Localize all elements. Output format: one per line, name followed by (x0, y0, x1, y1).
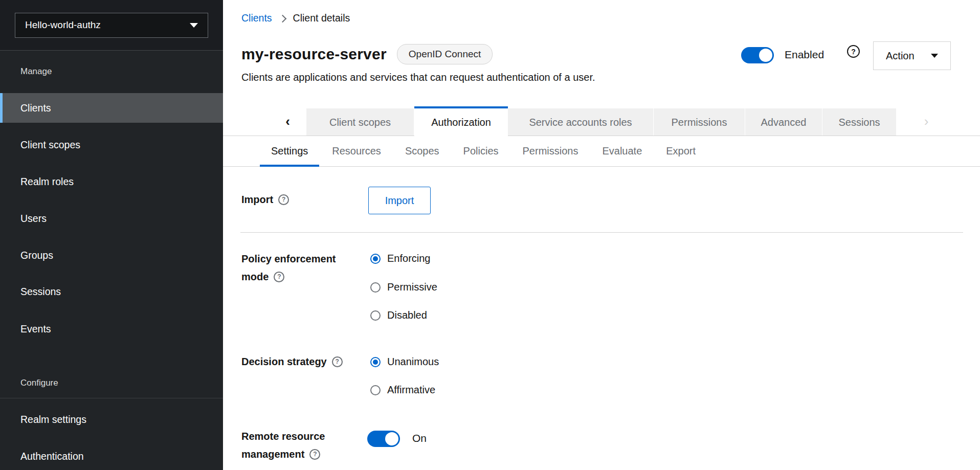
help-icon[interactable]: ? (847, 45, 860, 58)
remote-resource-management-state: On (412, 432, 427, 444)
subtab-label: Export (666, 145, 696, 157)
subtab-resources[interactable]: Resources (321, 136, 392, 166)
breadcrumb-separator-icon (278, 14, 286, 23)
sidebar: Hello-world-authz Manage Clients Client … (0, 0, 223, 470)
enabled-toggle[interactable] (741, 47, 774, 63)
tab-sessions[interactable]: Sessions (822, 108, 897, 136)
subtab-permissions[interactable]: Permissions (511, 136, 590, 166)
subtab-export[interactable]: Export (655, 136, 707, 166)
sidebar-item-label: Users (20, 213, 47, 225)
subtab-evaluate[interactable]: Evaluate (591, 136, 653, 166)
radio-unanimous[interactable]: Unanimous (370, 356, 439, 368)
label-text: Policy enforcement (241, 253, 336, 265)
radio-label: Permissive (387, 281, 437, 293)
sidebar-item-clients[interactable]: Clients (0, 93, 223, 123)
sidebar-item-realm-roles[interactable]: Realm roles (0, 167, 223, 196)
sidebar-item-label: Authentication (20, 451, 84, 462)
nav-divider (0, 398, 223, 398)
page-header: my-resource-server OpenID Connect (241, 44, 493, 64)
breadcrumb-current: Client details (293, 12, 350, 24)
policy-enforcement-mode-label-line2: mode ? (241, 271, 284, 283)
tab-label: Service accounts roles (529, 117, 632, 128)
sidebar-item-realm-settings[interactable]: Realm settings (0, 405, 223, 434)
help-icon[interactable]: ? (332, 356, 343, 367)
realm-selector-dropdown[interactable]: Hello-world-authz (15, 13, 208, 38)
authorization-subtabs: Settings Resources Scopes Policies Permi… (223, 136, 980, 167)
tab-label: Client scopes (329, 117, 391, 128)
nav-section-manage: Manage (20, 65, 52, 78)
sidebar-item-label: Realm roles (20, 176, 74, 188)
subtab-policies[interactable]: Policies (452, 136, 510, 166)
subtab-label: Evaluate (602, 145, 642, 157)
sidebar-item-sessions[interactable]: Sessions (0, 277, 223, 306)
enabled-label: Enabled (785, 49, 824, 61)
subtab-label: Settings (271, 145, 308, 157)
radio-button-icon[interactable] (370, 385, 381, 395)
caret-down-icon (190, 23, 198, 28)
chevron-right-icon: › (924, 114, 929, 129)
tab-permissions[interactable]: Permissions (654, 108, 745, 136)
label-text: mode (241, 271, 269, 283)
import-label-text: Import (241, 193, 273, 206)
import-button[interactable]: Import (368, 187, 431, 214)
sidebar-item-label: Groups (20, 250, 53, 261)
radio-affirmative[interactable]: Affirmative (370, 384, 435, 396)
help-icon[interactable]: ? (278, 194, 289, 205)
protocol-badge: OpenID Connect (397, 44, 493, 64)
tab-label: Authorization (431, 117, 491, 128)
tab-advanced[interactable]: Advanced (745, 108, 822, 136)
realm-selector-label: Hello-world-authz (25, 19, 101, 31)
radio-button-icon[interactable] (370, 357, 381, 367)
remote-resource-management-label-line2: management ? (241, 448, 320, 460)
tab-client-scopes[interactable]: Client scopes (306, 108, 414, 136)
radio-label: Enforcing (387, 253, 431, 264)
label-text: Remote resource (241, 430, 325, 442)
tab-label: Advanced (761, 117, 807, 128)
help-icon[interactable]: ? (309, 449, 320, 460)
help-icon[interactable]: ? (274, 272, 284, 282)
sidebar-item-label: Events (20, 323, 51, 335)
sidebar-item-label: Client scopes (20, 139, 80, 151)
sidebar-item-label: Realm settings (20, 414, 86, 426)
sidebar-item-users[interactable]: Users (0, 204, 223, 233)
radio-button-icon[interactable] (370, 254, 381, 264)
chevron-left-icon: ‹ (285, 114, 290, 129)
sidebar-item-label: Clients (20, 102, 51, 114)
action-dropdown-label: Action (886, 50, 915, 62)
tab-scroll-left-button[interactable]: ‹ (223, 106, 306, 136)
breadcrumb-clients-link[interactable]: Clients (241, 12, 272, 24)
subtab-label: Resources (332, 145, 381, 157)
sidebar-item-label: Sessions (20, 286, 61, 298)
subtab-label: Policies (463, 145, 499, 157)
sidebar-item-authentication[interactable]: Authentication (0, 441, 223, 470)
import-button-label: Import (385, 195, 414, 207)
tab-label: Permissions (672, 117, 727, 128)
subtab-label: Permissions (523, 145, 578, 157)
action-dropdown-button[interactable]: Action (873, 41, 951, 70)
caret-down-icon (931, 54, 938, 58)
sidebar-item-groups[interactable]: Groups (0, 240, 223, 270)
radio-button-icon[interactable] (370, 282, 381, 293)
tab-scroll-right-button[interactable]: › (911, 106, 942, 136)
radio-label: Unanimous (387, 356, 439, 368)
tab-label: Sessions (838, 117, 880, 128)
form-divider (240, 232, 963, 233)
radio-disabled[interactable]: Disabled (370, 309, 427, 321)
radio-button-icon[interactable] (370, 310, 381, 321)
main-content: Clients Client details my-resource-serve… (223, 0, 980, 470)
nav-section-configure: Configure (20, 377, 58, 389)
tab-authorization[interactable]: Authorization (414, 106, 508, 136)
remote-resource-management-toggle[interactable] (367, 431, 400, 447)
tab-service-accounts-roles[interactable]: Service accounts roles (508, 108, 654, 136)
keycloak-admin-console: Hello-world-authz Manage Clients Client … (0, 0, 980, 470)
sidebar-item-client-scopes[interactable]: Client scopes (0, 130, 223, 160)
page-title: my-resource-server (241, 46, 387, 63)
radio-label: Disabled (387, 309, 427, 321)
radio-permissive[interactable]: Permissive (370, 281, 437, 293)
subtab-scopes[interactable]: Scopes (394, 136, 451, 166)
label-text: Decision strategy (241, 355, 327, 368)
radio-enforcing[interactable]: Enforcing (370, 253, 431, 264)
subtab-settings[interactable]: Settings (260, 136, 319, 166)
remote-resource-management-label: Remote resource (241, 430, 325, 442)
sidebar-item-events[interactable]: Events (0, 314, 223, 344)
